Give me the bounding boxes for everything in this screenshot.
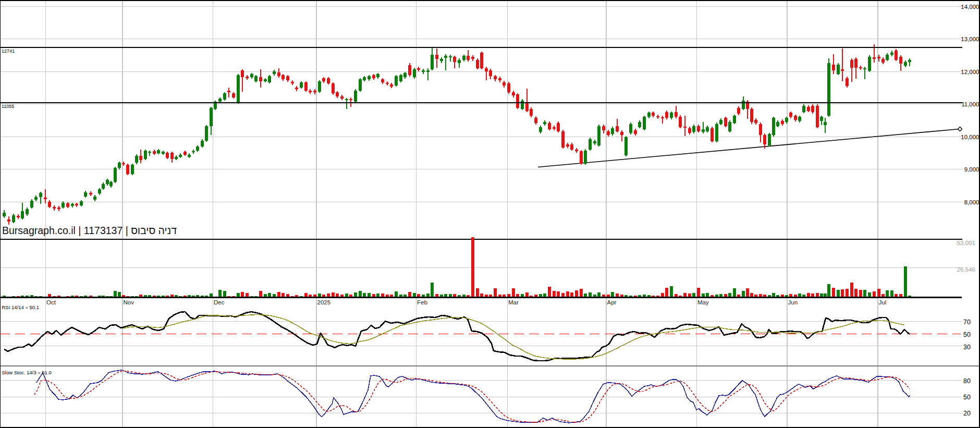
- svg-text:Dec: Dec: [214, 299, 225, 305]
- svg-text:Jul: Jul: [879, 299, 887, 305]
- svg-text:50: 50: [963, 394, 971, 401]
- svg-text:80: 80: [963, 377, 971, 385]
- svg-text:9,000: 9,000: [964, 166, 979, 173]
- svg-text:12,000: 12,000: [961, 69, 979, 75]
- svg-text:Apr: Apr: [607, 299, 617, 305]
- svg-text:Jun: Jun: [788, 299, 798, 305]
- svg-text:Feb: Feb: [417, 299, 427, 305]
- svg-text:8,000: 8,000: [964, 199, 979, 205]
- svg-text:14,000: 14,000: [961, 4, 979, 10]
- svg-text:12741: 12741: [2, 48, 15, 54]
- svg-text:Slow Stoc. 14/3 = 51.0: Slow Stoc. 14/3 = 51.0: [2, 370, 52, 375]
- svg-text:11,000: 11,000: [961, 101, 979, 107]
- svg-text:Nov: Nov: [124, 299, 134, 305]
- svg-text:Oct: Oct: [46, 299, 56, 305]
- svg-text:30: 30: [963, 344, 971, 351]
- svg-text:RSI 14/14 = 50.1: RSI 14/14 = 50.1: [2, 304, 40, 310]
- svg-text:May: May: [697, 299, 709, 305]
- svg-text:11055: 11055: [2, 104, 14, 109]
- svg-text:53,091: 53,091: [957, 240, 975, 246]
- svg-text:2025: 2025: [317, 299, 331, 305]
- svg-text:13,000: 13,000: [961, 36, 979, 42]
- svg-text:Bursagraph.co.il | 1173137 | ד: Bursagraph.co.il | 1173137 | דניה סיבוס: [2, 225, 177, 236]
- svg-text:20: 20: [963, 410, 971, 417]
- svg-text:Mar: Mar: [508, 299, 519, 305]
- svg-text:10,000: 10,000: [961, 134, 979, 140]
- svg-text:70: 70: [963, 319, 971, 326]
- svg-text:26,546: 26,546: [957, 266, 975, 273]
- svg-text:50: 50: [963, 331, 971, 338]
